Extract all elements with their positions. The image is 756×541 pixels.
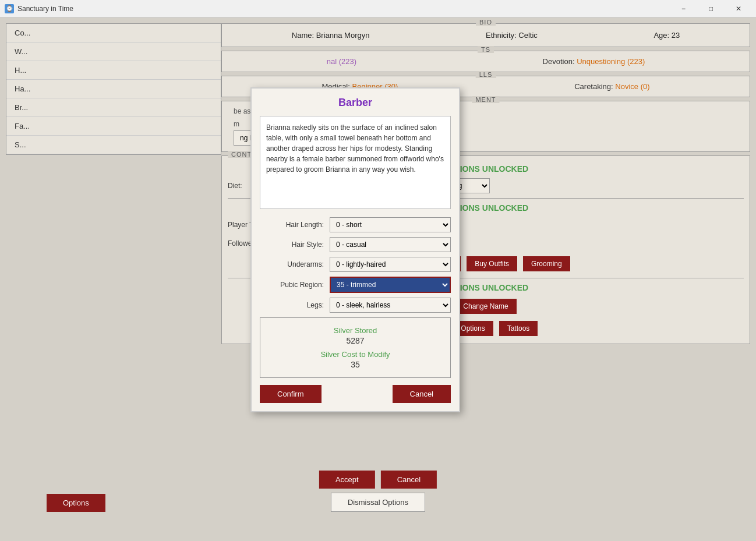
confirm-button[interactable]: Confirm bbox=[260, 385, 322, 403]
pubic-region-label: Pubic Region: bbox=[260, 281, 324, 289]
barber-description: Brianna nakedly sits on the surface of a… bbox=[260, 116, 451, 209]
grooming-button[interactable]: Grooming bbox=[523, 256, 570, 271]
hair-style-select[interactable]: 0 - casual bbox=[330, 237, 451, 252]
traits-row: nal (223) Devotion: Unquestioning (223) bbox=[222, 51, 750, 72]
caretaking-stat: Caretaking: Novice (0) bbox=[574, 82, 649, 91]
list-item[interactable]: Fa... bbox=[6, 117, 221, 136]
close-button[interactable]: ✕ bbox=[725, 2, 751, 15]
traits-section: TS nal (223) Devotion: Unquestioning (22… bbox=[221, 51, 750, 72]
app-title: Sanctuary in Time bbox=[17, 5, 670, 13]
hair-length-label: Hair Length: bbox=[260, 221, 324, 229]
bio-section: BIO Name: Brianna Morgyn Ethnicity: Celt… bbox=[221, 23, 750, 47]
hair-length-field: Hair Length: 0 - short bbox=[260, 217, 451, 232]
hair-length-select[interactable]: 0 - short bbox=[330, 217, 451, 232]
legs-field: Legs: 0 - sleek, hairless bbox=[260, 298, 451, 313]
bio-row: Name: Brianna Morgyn Ethnicity: Celtic A… bbox=[222, 24, 750, 47]
skills-label: LLS bbox=[476, 71, 496, 78]
accept-button[interactable]: Accept bbox=[319, 471, 375, 489]
legs-select[interactable]: 0 - sleek, hairless bbox=[330, 298, 451, 313]
hair-style-field: Hair Style: 0 - casual bbox=[260, 237, 451, 252]
silver-cost-value: 35 bbox=[269, 360, 442, 369]
hair-style-label: Hair Style: bbox=[260, 241, 324, 249]
traits-label: TS bbox=[478, 46, 494, 53]
bio-name: Name: Brianna Morgyn bbox=[292, 31, 370, 40]
main-area: Co... W... H... Ha... Br... Fa... S... B… bbox=[0, 17, 756, 541]
minimize-button[interactable]: − bbox=[670, 2, 697, 15]
titlebar: ⌚ Sanctuary in Time − □ ✕ bbox=[0, 0, 756, 17]
left-panel: Co... W... H... Ha... Br... Fa... S... bbox=[6, 23, 221, 155]
modal-buttons: Confirm Cancel bbox=[260, 385, 451, 403]
list-item[interactable]: H... bbox=[6, 61, 221, 80]
assignment-label: MENT bbox=[472, 96, 499, 103]
nat-value: nal (223) bbox=[327, 57, 356, 66]
pubic-region-select[interactable]: 35 - trimmed bbox=[330, 277, 451, 293]
barber-modal: Barber Brianna nakedly sits on the surfa… bbox=[250, 87, 460, 412]
pubic-region-field: Pubic Region: 35 - trimmed bbox=[260, 277, 451, 293]
devotion-stat: Devotion: Unquestioning (223) bbox=[543, 57, 645, 66]
bio-age: Age: 23 bbox=[653, 31, 680, 40]
cancel-button[interactable]: Cancel bbox=[393, 385, 451, 403]
silver-stored-value: 5287 bbox=[269, 336, 442, 345]
tattoos-button[interactable]: Tattoos bbox=[499, 321, 538, 336]
underarms-field: Underarms: 0 - lightly-haired bbox=[260, 257, 451, 272]
silver-stored-label: Silver Stored bbox=[269, 326, 442, 335]
silver-box: Silver Stored 5287 Silver Cost to Modify… bbox=[260, 317, 451, 378]
bio-ethnicity: Ethnicity: Celtic bbox=[486, 31, 538, 40]
underarms-label: Underarms: bbox=[260, 260, 324, 268]
app-icon: ⌚ bbox=[5, 4, 14, 13]
silver-cost-label: Silver Cost to Modify bbox=[269, 350, 442, 359]
list-item[interactable]: Ha... bbox=[6, 80, 221, 98]
list-item[interactable]: W... bbox=[6, 43, 221, 61]
barber-title: Barber bbox=[260, 97, 451, 109]
window-controls: − □ ✕ bbox=[670, 2, 751, 15]
legs-label: Legs: bbox=[260, 301, 324, 309]
maximize-button[interactable]: □ bbox=[698, 2, 724, 15]
bottom-actions: Accept Cancel bbox=[319, 471, 437, 489]
list-item[interactable]: S... bbox=[6, 136, 221, 154]
list-item[interactable]: Br... bbox=[6, 98, 221, 117]
list-item[interactable]: Co... bbox=[6, 24, 221, 43]
options-button[interactable]: Options bbox=[47, 494, 105, 512]
change-name-button[interactable]: Change Name bbox=[455, 299, 516, 314]
bottom-cancel-button[interactable]: Cancel bbox=[381, 471, 437, 489]
bio-label: BIO bbox=[476, 19, 496, 26]
dismissal-button[interactable]: Dismissal Options bbox=[331, 493, 425, 512]
underarms-select[interactable]: 0 - lightly-haired bbox=[330, 257, 451, 272]
buy-outfits-button[interactable]: Buy Outfits bbox=[467, 256, 517, 271]
